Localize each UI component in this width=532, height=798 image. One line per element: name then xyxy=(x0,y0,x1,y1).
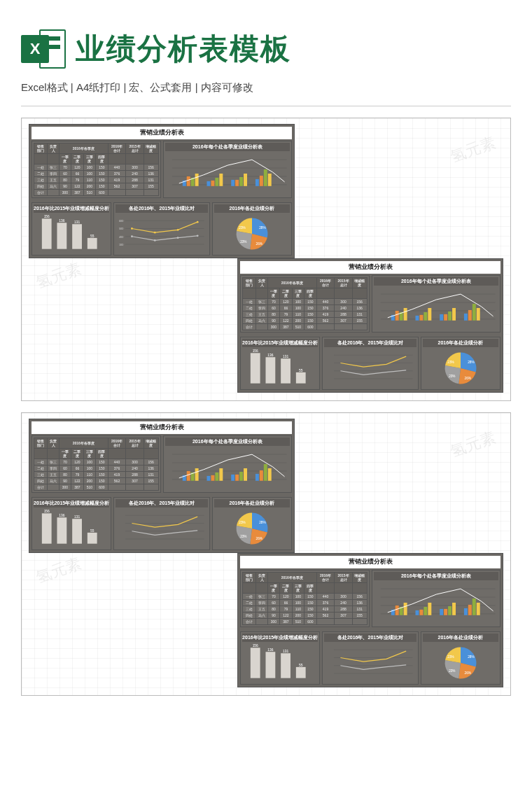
growth-bar-chart: 2016年比2015年业绩增减幅度分析 156 136 131 55 xyxy=(240,631,320,685)
chart-title: 2016年每个处各季度业绩分析表 xyxy=(165,438,290,446)
svg-rect-107 xyxy=(88,533,97,544)
svg-text:26%: 26% xyxy=(255,537,262,540)
svg-text:23%: 23% xyxy=(239,521,245,524)
svg-rect-21 xyxy=(57,223,66,248)
pie-chart: 2016年各处业绩分析 28% 26% 23% xyxy=(421,631,500,685)
chart-title: 2016年各处业绩分析 xyxy=(423,339,498,347)
svg-rect-5 xyxy=(186,176,190,186)
chart-title: 各处2016年、2015年业绩比对 xyxy=(115,204,207,213)
svg-rect-7 xyxy=(195,174,198,186)
svg-point-38 xyxy=(177,229,179,231)
svg-rect-64 xyxy=(463,314,467,321)
svg-rect-10 xyxy=(215,178,218,186)
svg-point-42 xyxy=(177,237,179,239)
svg-text:600: 600 xyxy=(119,220,123,223)
dashboard-a: 营销业绩分析表 销售部门 负责人 2016年各季度 2016年合计 2015年总… xyxy=(29,124,295,258)
svg-rect-89 xyxy=(186,471,190,481)
svg-text:26%: 26% xyxy=(255,242,262,246)
pie-chart: 2016年各处业绩分析 28% 26% 23% xyxy=(212,202,292,255)
growth-bar-chart: 2016年比2015年业绩增减幅度分析 156 136 131 55 xyxy=(240,337,320,390)
svg-rect-53 xyxy=(395,311,398,321)
svg-text:28%: 28% xyxy=(259,521,265,524)
data-table-cell: 销售部门负责人2016年各季度2016年合计2015年总计增减幅度 一季度二季度… xyxy=(240,570,370,627)
svg-text:23%: 23% xyxy=(447,360,454,364)
svg-rect-58 xyxy=(424,312,427,321)
svg-rect-100 xyxy=(255,474,258,481)
svg-text:156: 156 xyxy=(44,215,50,218)
pie-chart: 2016年各处业绩分析 28% 26% 23% xyxy=(421,337,500,390)
svg-rect-8 xyxy=(206,181,210,186)
excel-icon: X xyxy=(21,27,66,71)
svg-rect-11 xyxy=(219,174,223,186)
svg-text:23%: 23% xyxy=(239,226,245,230)
compare-line-chart: 各处2016年、2015年业绩比对 xyxy=(322,337,418,390)
svg-text:156: 156 xyxy=(44,510,50,513)
svg-text:400: 400 xyxy=(119,236,123,239)
page-title: 业绩分析表模板 xyxy=(76,29,291,69)
combo-chart: 2016年每个处各季度业绩分析表 xyxy=(372,570,501,627)
svg-point-43 xyxy=(197,234,199,237)
svg-point-36 xyxy=(131,227,133,230)
svg-rect-15 xyxy=(244,174,247,186)
svg-text:136: 136 xyxy=(59,514,64,517)
chart-title: 2016年各处业绩分析 xyxy=(214,499,290,507)
th: 2015年总计 xyxy=(126,144,144,154)
svg-rect-17 xyxy=(259,176,262,186)
watermark: 氢元素 xyxy=(448,427,498,463)
svg-text:136: 136 xyxy=(267,354,273,357)
excel-icon-letter: X xyxy=(21,35,49,63)
svg-rect-132 xyxy=(440,609,443,615)
svg-text:55: 55 xyxy=(90,234,94,238)
svg-text:23%: 23% xyxy=(449,374,455,378)
svg-rect-63 xyxy=(452,308,456,321)
svg-text:28%: 28% xyxy=(468,655,474,659)
combo-chart: 2016年每个处各季度业绩分析表 xyxy=(163,141,293,198)
page-subtitle: Excel格式 | A4纸打印 | 宏、公式套用 | 内容可修改 xyxy=(0,81,532,102)
svg-point-41 xyxy=(154,239,156,241)
svg-rect-18 xyxy=(263,169,267,186)
svg-text:26%: 26% xyxy=(464,671,470,675)
svg-text:131: 131 xyxy=(283,355,288,358)
svg-rect-70 xyxy=(281,358,290,383)
data-table-cell: 销售部门负责人2016年各季度2016年合计2015年总计增减幅度 一季度二季度… xyxy=(31,435,161,493)
svg-text:131: 131 xyxy=(74,515,80,519)
line-chart-svg: 600 500 400 100 xyxy=(115,214,207,253)
svg-rect-98 xyxy=(239,472,243,481)
bar-chart-svg: 156 136 131 55 xyxy=(34,214,109,253)
chart-title: 各处2016年、2015年业绩比对 xyxy=(324,634,416,642)
svg-rect-13 xyxy=(235,180,239,186)
th: 销售部门 xyxy=(34,144,48,154)
svg-text:28%: 28% xyxy=(259,226,265,230)
svg-rect-91 xyxy=(195,468,198,481)
svg-rect-133 xyxy=(444,609,447,615)
svg-text:156: 156 xyxy=(253,349,258,353)
svg-rect-141 xyxy=(265,652,275,678)
compare-line-chart: 各处2016年、2015年业绩比对 xyxy=(113,497,209,550)
chart-title: 2016年比2015年业绩增减幅度分析 xyxy=(34,499,109,507)
svg-rect-96 xyxy=(231,475,234,481)
pie-chart: 2016年各处业绩分析 28% 26% 23% xyxy=(212,497,292,550)
svg-rect-129 xyxy=(419,610,423,615)
svg-text:131: 131 xyxy=(74,220,80,224)
svg-rect-67 xyxy=(476,308,479,321)
watermark: 氢元素 xyxy=(34,553,84,589)
chart-title: 2016年比2015年业绩增减幅度分析 xyxy=(242,339,318,347)
svg-text:136: 136 xyxy=(267,648,273,652)
svg-rect-131 xyxy=(428,603,431,615)
svg-rect-139 xyxy=(476,603,479,615)
watermark: 氢元素 xyxy=(34,258,84,294)
svg-rect-23 xyxy=(88,238,97,249)
svg-text:23%: 23% xyxy=(240,240,246,244)
svg-rect-61 xyxy=(444,314,447,321)
svg-rect-101 xyxy=(259,470,262,481)
th: 2016年合计 xyxy=(108,144,126,154)
dashboard-title: 营销业绩分析表 xyxy=(240,261,500,274)
svg-rect-99 xyxy=(244,468,247,481)
th: 2016年各季度 xyxy=(59,144,108,154)
th: 四季度 xyxy=(96,154,108,164)
chart-title: 2016年每个处各季度业绩分析表 xyxy=(165,143,290,151)
th: 一季度 xyxy=(59,154,71,164)
combo-chart-svg xyxy=(165,153,290,190)
svg-rect-59 xyxy=(428,308,431,321)
page-header: X 业绩分析表模板 xyxy=(0,0,532,81)
